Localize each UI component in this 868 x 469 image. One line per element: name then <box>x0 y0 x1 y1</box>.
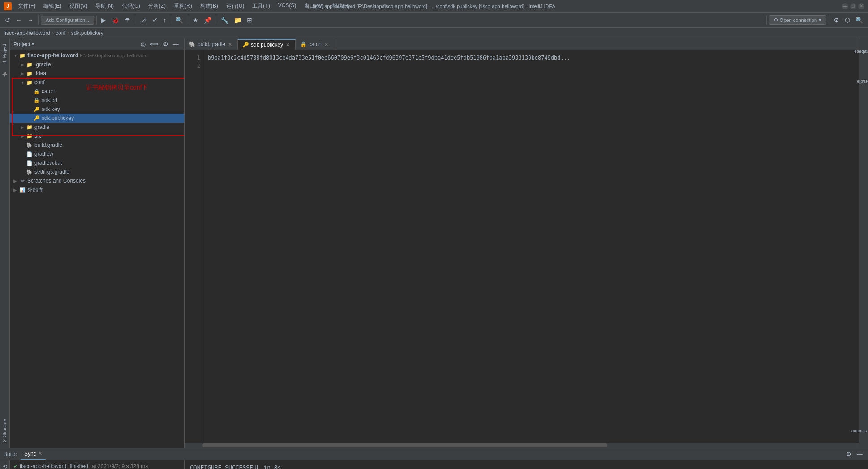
tree-arrow-conf: ▾ <box>19 79 26 86</box>
menu-build[interactable]: 构建(B) <box>197 1 222 11</box>
toolbar-icon-3[interactable]: → <box>25 15 36 25</box>
tree-item-external-libs[interactable]: ▶ 📊 外部库 <box>10 185 184 195</box>
project-folder-icon: 📁 <box>19 52 26 59</box>
project-settings-icon[interactable]: ⚙ <box>161 40 170 48</box>
editor-content[interactable]: 1 2 b9ba1f3c2c4d5708fd8013ce4da733e51f0e… <box>185 50 859 443</box>
commit-icon[interactable]: ✔ <box>150 15 160 25</box>
tree-item-sdk-key[interactable]: ▶ 🔑 sdk.key <box>10 105 184 114</box>
tab-build-gradle[interactable]: 🐘 build.gradle ✕ <box>185 39 238 50</box>
menu-file[interactable]: 文件(F) <box>14 1 39 11</box>
project-locate-icon[interactable]: ◎ <box>139 40 147 48</box>
tree-item-settings-gradle[interactable]: ▶ 🐘 settings.gradle <box>10 167 184 176</box>
editor-horizontal-scrollbar[interactable] <box>185 443 859 448</box>
project-panel-title: Project ▾ <box>13 41 137 47</box>
ca-crt-tab-close[interactable]: ✕ <box>323 42 329 47</box>
build-gradle-tab-close[interactable]: ✕ <box>227 42 233 47</box>
tree-item-build-gradle[interactable]: ▶ 🐘 build.gradle <box>10 141 184 149</box>
close-button[interactable]: ✕ <box>858 3 864 9</box>
build-collapse-icon[interactable]: — <box>855 450 864 458</box>
database-panel-tab[interactable]: Database <box>852 48 868 55</box>
scrollbar-thumb[interactable] <box>202 443 607 447</box>
project-panel: Project ▾ ◎ ⟺ ⚙ — ▾ 📁 fisco-app-hellowor… <box>10 38 185 448</box>
menu-code[interactable]: 代码(C) <box>118 1 144 11</box>
folder-icon[interactable]: 📁 <box>232 15 244 25</box>
menu-view[interactable]: 视图(V) <box>66 1 91 11</box>
build-tab-sync[interactable]: Sync ✕ <box>21 448 46 460</box>
bc-conf[interactable]: conf <box>56 30 66 36</box>
gradle-hidden-folder-icon: 📁 <box>26 61 33 68</box>
menu-tools[interactable]: 工具(T) <box>249 1 273 11</box>
menu-analyze[interactable]: 分析(Z) <box>145 1 169 11</box>
maximize-button[interactable]: □ <box>850 3 856 9</box>
tree-label-sdk-publickey: sdk.publickey <box>42 115 74 121</box>
tree-item-gradlew-bat[interactable]: ▶ 📄 gradlew.bat <box>10 158 184 167</box>
pin-icon[interactable]: 📌 <box>202 15 214 25</box>
build-gradle-tab-icon: 🐘 <box>189 41 196 47</box>
menu-run[interactable]: 运行(U) <box>223 1 248 11</box>
layout-icon[interactable]: ⊞ <box>245 15 254 25</box>
bc-project[interactable]: fisco-app-helloword <box>4 30 50 36</box>
toolbar-icon-1[interactable]: ↺ <box>3 15 13 25</box>
sdk-publickey-tab-close[interactable]: ✕ <box>285 42 291 48</box>
build-output-text: CONFIGURE SUCCESSFUL in 8s <box>190 464 281 469</box>
menu-nav[interactable]: 导航(N) <box>92 1 117 11</box>
bookmark-icon[interactable]: ★ <box>190 15 201 25</box>
open-connection-button[interactable]: ⊙ Open connection ▾ <box>769 15 826 25</box>
title-bar: J 文件(F) 编辑(E) 视图(V) 导航(N) 代码(C) 分析(Z) 重构… <box>0 0 868 13</box>
run-icon[interactable]: ▶ <box>99 15 108 25</box>
tree-item-idea[interactable]: ▶ 📁 .idea <box>10 69 184 78</box>
bc-sep-1: › <box>52 30 54 36</box>
external-icon[interactable]: ⬡ <box>842 15 852 25</box>
toolbar-icon-2[interactable]: ← <box>13 15 24 25</box>
project-panel-tab[interactable]: 1: Project <box>1 40 8 66</box>
favorites-panel-tab[interactable]: ★ <box>0 66 10 82</box>
code-editor[interactable]: b9ba1f3c2c4d5708fd8013ce4da733e51f0ee660… <box>202 50 859 443</box>
project-title-dropdown[interactable]: ▾ <box>32 42 34 47</box>
gradle-panel-tab[interactable]: Gradle <box>855 78 868 85</box>
menu-vcs[interactable]: VCS(S) <box>275 1 300 11</box>
push-icon[interactable]: ↑ <box>161 15 168 25</box>
git-icon[interactable]: ⎇ <box>138 15 149 25</box>
search-icon[interactable]: 🔍 <box>173 15 185 25</box>
add-configuration-button[interactable]: Add Configuration... <box>41 16 94 25</box>
tree-arrow-gradle-hidden: ▶ <box>19 61 26 68</box>
tree-item-gradle-dir[interactable]: ▶ 📁 gradle <box>10 123 184 132</box>
tree-item-scratches[interactable]: ▶ ✏ Scratches and Consoles <box>10 176 184 185</box>
tree-item-sdk-crt[interactable]: ▶ 🔒 sdk.crt <box>10 96 184 105</box>
bc-file[interactable]: sdk.publickey <box>71 30 103 36</box>
tree-item-sdk-publickey[interactable]: ▶ 🔑 sdk.publickey <box>10 114 184 123</box>
coverage-icon[interactable]: ☂ <box>122 15 133 25</box>
tree-item-ca-crt[interactable]: ▶ 🔒 ca.crt <box>10 87 184 96</box>
tree-item-gradlew[interactable]: ▶ 📄 gradlew <box>10 149 184 158</box>
tree-item-root[interactable]: ▾ 📁 fisco-app-helloword F:\Desktop\fisco… <box>10 51 184 60</box>
tree-item-src[interactable]: ▶ 📁 src <box>10 132 184 141</box>
menu-refactor[interactable]: 重构(R) <box>170 1 196 11</box>
tab-ca-crt[interactable]: 🔒 ca.crt ✕ <box>296 39 334 50</box>
build-result-status: finished <box>69 463 88 469</box>
project-expand-icon[interactable]: ⟺ <box>148 40 160 48</box>
toolbar-sep-6 <box>216 16 216 25</box>
chevron-down-icon: ▾ <box>819 17 821 23</box>
ca-crt-tab-icon: 🔒 <box>300 41 307 47</box>
build-result-detail: at 2021/9/2: 9 s 328 ms <box>92 463 148 469</box>
structure-panel-tab[interactable]: 2: Structure <box>1 415 8 446</box>
build-settings-icon[interactable]: ⚙ <box>844 450 853 458</box>
build-strip-btn-1[interactable]: ⟲ <box>1 462 9 469</box>
window-controls: — □ ✕ <box>842 3 864 9</box>
wrench-icon[interactable]: 🔧 <box>219 15 231 25</box>
tree-label-build-gradle: build.gradle <box>34 142 62 148</box>
build-panel: Build: Sync ✕ ⚙ — ⟲ ↑ ↓ ✔ fisco-app-hell… <box>0 448 868 469</box>
project-collapse-icon[interactable]: — <box>171 40 180 48</box>
search-everywhere-icon[interactable]: 🔍 <box>853 15 865 25</box>
rbs-scheme-panel-tab[interactable]: Rbs scheme <box>850 428 868 435</box>
minimize-button[interactable]: — <box>842 3 848 9</box>
tab-sdk-publickey[interactable]: 🔑 sdk.publickey ✕ <box>238 39 296 50</box>
build-tree-item-result[interactable]: ✔ fisco-app-helloword: finished at 2021/… <box>10 462 184 469</box>
tree-item-conf[interactable]: ▾ 📁 conf <box>10 78 184 87</box>
sync-tab-close[interactable]: ✕ <box>38 451 42 456</box>
tree-item-gradle-hidden[interactable]: ▶ 📁 .gradle <box>10 60 184 69</box>
settings-icon[interactable]: ⚙ <box>831 15 842 25</box>
debug-icon[interactable]: 🐞 <box>109 15 121 25</box>
project-panel-actions: ◎ ⟺ ⚙ — <box>139 40 180 48</box>
menu-edit[interactable]: 编辑(E) <box>40 1 65 11</box>
